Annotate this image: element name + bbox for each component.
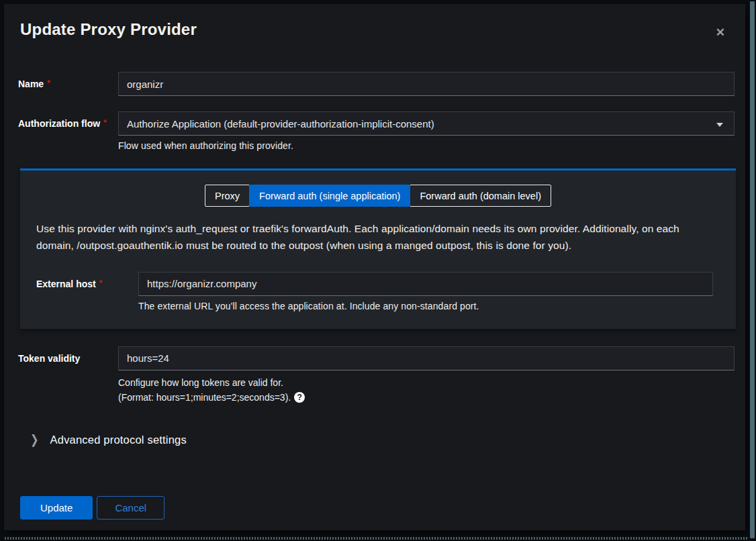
name-input[interactable] bbox=[118, 72, 735, 96]
mode-description: Use this provider with nginx's auth_requ… bbox=[36, 221, 714, 254]
authorization-flow-selected-value: Authorize Application (default-provider-… bbox=[127, 118, 434, 130]
authorization-flow-row: Authorization flow* Authorize Applicatio… bbox=[18, 111, 735, 151]
authorization-flow-label: Authorization flow* bbox=[18, 118, 118, 129]
token-validity-format-text: (Format: hours=1;minutes=2;seconds=3). bbox=[118, 392, 291, 403]
close-icon[interactable]: ✕ bbox=[712, 23, 729, 42]
token-validity-row: Token validity Configure how long tokens… bbox=[18, 346, 735, 403]
token-validity-help-2: (Format: hours=1;minutes=2;seconds=3). ? bbox=[118, 392, 735, 403]
modal-footer: Update Cancel bbox=[4, 496, 745, 530]
external-host-input[interactable] bbox=[138, 272, 713, 296]
authorization-flow-select[interactable]: Authorize Application (default-provider-… bbox=[118, 111, 735, 136]
token-validity-label-text: Token validity bbox=[18, 353, 80, 364]
modal-header: Update Proxy Provider ✕ bbox=[4, 4, 745, 42]
help-icon[interactable]: ? bbox=[294, 392, 305, 403]
external-host-row: External host* The external URL you'll a… bbox=[36, 272, 720, 311]
advanced-protocol-settings-label: Advanced protocol settings bbox=[50, 434, 187, 446]
chevron-down-icon bbox=[716, 123, 723, 127]
page-edge-bottom bbox=[5, 537, 749, 540]
advanced-protocol-settings-expander[interactable]: ❯ Advanced protocol settings bbox=[18, 434, 735, 446]
page-background: Update Proxy Provider ✕ Name* Authorizat… bbox=[0, 0, 756, 541]
authorization-flow-help: Flow used when authorizing this provider… bbox=[118, 140, 735, 151]
token-validity-help-1: Configure how long tokens are valid for. bbox=[118, 377, 735, 388]
required-asterisk: * bbox=[103, 118, 107, 128]
mode-tab-forward-auth-single[interactable]: Forward auth (single application) bbox=[249, 185, 410, 207]
external-host-label: External host* bbox=[36, 279, 138, 289]
modal-title: Update Proxy Provider bbox=[20, 20, 197, 39]
chevron-right-icon: ❯ bbox=[30, 432, 39, 448]
mode-tab-proxy[interactable]: Proxy bbox=[205, 185, 250, 207]
update-button[interactable]: Update bbox=[20, 496, 93, 520]
authorization-flow-label-text: Authorization flow bbox=[18, 118, 100, 129]
name-field-row: Name* bbox=[18, 72, 735, 96]
cancel-button[interactable]: Cancel bbox=[97, 496, 164, 520]
external-host-label-text: External host bbox=[36, 279, 96, 289]
provider-mode-toggle-group: Proxy Forward auth (single application) … bbox=[36, 185, 720, 207]
provider-mode-card: Proxy Forward auth (single application) … bbox=[20, 168, 736, 329]
token-validity-label: Token validity bbox=[18, 353, 118, 364]
required-asterisk: * bbox=[47, 79, 50, 88]
required-asterisk: * bbox=[99, 279, 103, 288]
update-proxy-provider-modal: Update Proxy Provider ✕ Name* Authorizat… bbox=[4, 4, 745, 530]
external-host-help: The external URL you'll access the appli… bbox=[138, 301, 713, 311]
token-validity-input[interactable] bbox=[118, 346, 735, 371]
name-label-text: Name bbox=[18, 79, 44, 89]
name-label: Name* bbox=[18, 79, 118, 89]
modal-body: Name* Authorization flow* Authorize Appl… bbox=[4, 42, 745, 496]
page-edge-strip bbox=[750, 1, 755, 538]
mode-tab-forward-auth-domain[interactable]: Forward auth (domain level) bbox=[410, 185, 551, 207]
